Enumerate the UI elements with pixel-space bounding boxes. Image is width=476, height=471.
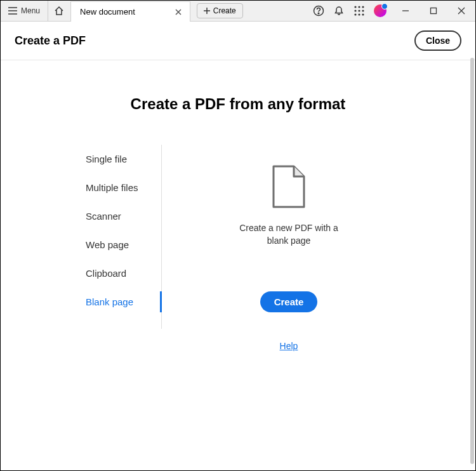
svg-point-9 xyxy=(358,13,360,15)
main-content: Create a PDF from any format Single file… xyxy=(1,60,475,471)
page-title: Create a PDF xyxy=(15,34,86,48)
tab-close-button[interactable] xyxy=(173,7,183,17)
create-button[interactable]: Create xyxy=(260,291,318,312)
svg-point-3 xyxy=(358,6,360,8)
svg-point-8 xyxy=(354,13,356,15)
close-window-button[interactable] xyxy=(447,1,475,22)
menu-label: Menu xyxy=(21,6,40,15)
maximize-icon xyxy=(430,7,437,15)
menu-button[interactable]: Menu xyxy=(1,1,48,21)
headline: Create a PDF from any format xyxy=(131,95,346,113)
sidebar-item-web-page[interactable]: Web page xyxy=(86,230,161,259)
minimize-icon xyxy=(402,7,409,15)
sidebar-item-single-file[interactable]: Single file xyxy=(86,145,161,173)
svg-point-5 xyxy=(354,10,356,11)
plus-icon xyxy=(204,8,210,14)
account-icon[interactable] xyxy=(374,4,387,17)
sidebar-item-blank-page[interactable]: Blank page xyxy=(86,288,161,316)
create-label: Create xyxy=(213,6,236,15)
home-icon xyxy=(54,6,64,16)
sidebar-item-scanner[interactable]: Scanner xyxy=(86,202,161,230)
notifications-icon[interactable] xyxy=(333,5,345,17)
description: Create a new PDF with a blank page xyxy=(232,222,346,247)
svg-point-10 xyxy=(362,13,364,15)
svg-point-4 xyxy=(362,6,364,8)
help-label: Help xyxy=(280,341,298,351)
apps-icon[interactable] xyxy=(354,5,365,17)
scrollbar[interactable] xyxy=(470,58,474,464)
close-button[interactable]: Close xyxy=(414,30,461,51)
svg-point-2 xyxy=(354,6,356,8)
create-new-button[interactable]: Create xyxy=(197,3,243,18)
hamburger-icon xyxy=(8,7,17,15)
blank-page-icon xyxy=(268,164,309,209)
help-icon[interactable] xyxy=(313,5,324,17)
titlebar-icons xyxy=(313,1,392,21)
source-sidebar: Single file Multiple files Scanner Web p… xyxy=(86,145,162,329)
sidebar-item-clipboard[interactable]: Clipboard xyxy=(86,259,161,288)
minimize-button[interactable] xyxy=(392,1,420,22)
svg-point-6 xyxy=(358,10,360,11)
close-icon xyxy=(175,9,182,15)
close-label: Close xyxy=(426,36,450,46)
home-button[interactable] xyxy=(48,1,69,21)
help-link[interactable]: Help xyxy=(280,341,298,351)
create-button-label: Create xyxy=(274,296,304,307)
page-header: Create a PDF Close xyxy=(1,22,475,60)
document-tab[interactable]: New document xyxy=(70,1,190,22)
svg-point-1 xyxy=(318,13,319,14)
svg-rect-11 xyxy=(431,8,437,14)
detail-pane: Create a new PDF with a blank page Creat… xyxy=(162,145,390,351)
maximize-button[interactable] xyxy=(420,1,447,22)
window-controls xyxy=(392,1,475,21)
close-icon xyxy=(458,7,465,15)
sidebar-item-multiple-files[interactable]: Multiple files xyxy=(86,173,161,202)
svg-point-7 xyxy=(362,10,364,11)
window-titlebar: Menu New document Create xyxy=(1,1,475,22)
tab-title: New document xyxy=(80,7,135,17)
